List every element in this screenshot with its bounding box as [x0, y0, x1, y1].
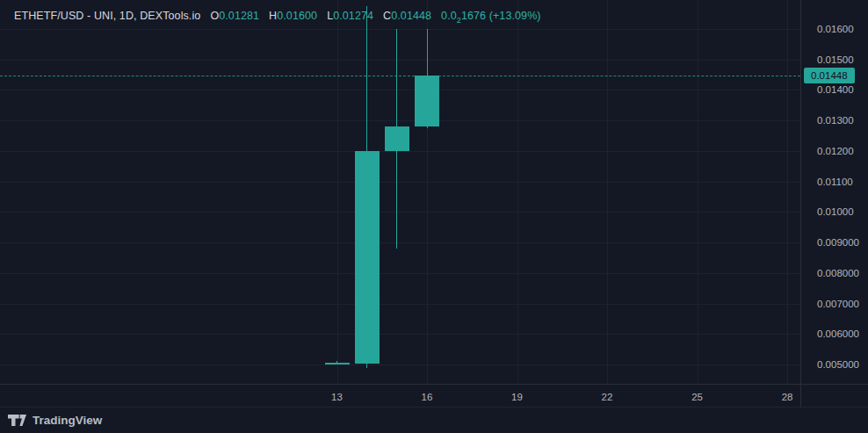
horizontal-gridline [0, 151, 800, 152]
ohlc-close-label: C [383, 10, 391, 22]
vertical-gridline [517, 0, 518, 384]
ohlc-close-value: 0.01448 [391, 10, 431, 22]
price-change: 0.021676 (+13.09%) [441, 10, 541, 22]
horizontal-gridline [0, 212, 800, 213]
horizontal-gridline [0, 182, 800, 183]
symbol-title[interactable]: ETHETF/USD - UNI, 1D, DEXTools.io [14, 10, 200, 22]
time-axis-label: 22 [602, 392, 613, 402]
horizontal-gridline [0, 60, 800, 61]
vertical-gridline [607, 0, 608, 384]
time-axis-label: 19 [511, 392, 523, 402]
bottom-toolbar: TradingView [0, 407, 868, 433]
vertical-gridline [787, 0, 788, 384]
time-axis-label: 13 [331, 392, 343, 402]
horizontal-gridline [0, 242, 800, 243]
candle-body [415, 76, 439, 126]
price-change-tail: 1676 (+13.09%) [461, 10, 541, 22]
candle-body [385, 126, 409, 151]
time-axis[interactable]: 131619222528 [0, 384, 868, 408]
last-price-line [0, 76, 800, 76]
horizontal-gridline [0, 304, 800, 305]
horizontal-gridline [0, 90, 800, 90]
horizontal-gridline [0, 364, 800, 365]
price-axis-label: 0.01000 [817, 206, 854, 217]
brand-label: TradingView [33, 414, 102, 427]
horizontal-gridline [0, 120, 800, 121]
price-axis-label: 0.01100 [817, 177, 853, 187]
horizontal-gridline [0, 334, 800, 335]
price-axis-label: 0.01600 [817, 24, 854, 34]
last-price-label: 0.01448 [804, 68, 855, 83]
price-axis-label: 0.006000 [817, 328, 859, 339]
vertical-gridline [337, 0, 338, 384]
ohlc-low: L0.01274 [327, 10, 373, 22]
price-axis-label: 0.009000 [817, 237, 859, 248]
chart-pane[interactable]: ETHETF/USD - UNI, 1D, DEXTools.io O0.012… [0, 0, 800, 384]
price-axis-label: 0.01300 [817, 115, 854, 126]
vertical-gridline [698, 0, 698, 384]
ohlc-open-value: 0.01281 [219, 10, 259, 22]
tradingview-logo-link[interactable]: TradingView [8, 414, 102, 427]
chart-legend: ETHETF/USD - UNI, 1D, DEXTools.io O0.012… [14, 10, 541, 22]
ohlc-high-label: H [269, 10, 277, 22]
candle-body [325, 363, 350, 365]
tradingview-logo-icon [8, 415, 26, 426]
price-axis-label: 0.005000 [817, 359, 859, 370]
price-axis-label: 0.01400 [817, 84, 854, 95]
price-axis-label: 0.01500 [817, 54, 854, 65]
horizontal-gridline [0, 273, 800, 274]
ohlc-open-label: O [210, 10, 219, 22]
price-change-lead: 0.0 [441, 10, 457, 22]
tradingview-chart-window: ETHETF/USD - UNI, 1D, DEXTools.io O0.012… [0, 0, 868, 433]
horizontal-gridline [0, 29, 800, 30]
candle-body [355, 151, 380, 364]
price-axis[interactable]: 0.01448 0.016000.015000.014000.013000.01… [800, 0, 868, 408]
time-axis-label: 28 [782, 392, 793, 402]
time-axis-label: 16 [422, 392, 433, 402]
ohlc-high-value: 0.01600 [277, 10, 317, 22]
ohlc-low-value: 0.01274 [333, 10, 373, 22]
time-axis-label: 25 [691, 392, 703, 402]
ohlc-high: H0.01600 [269, 10, 317, 22]
ohlc-open: O0.01281 [210, 10, 259, 22]
ohlc-close: C0.01448 [383, 10, 431, 22]
price-axis-label: 0.008000 [817, 268, 859, 278]
price-axis-label: 0.01200 [817, 146, 854, 156]
price-axis-label: 0.007000 [817, 299, 859, 309]
